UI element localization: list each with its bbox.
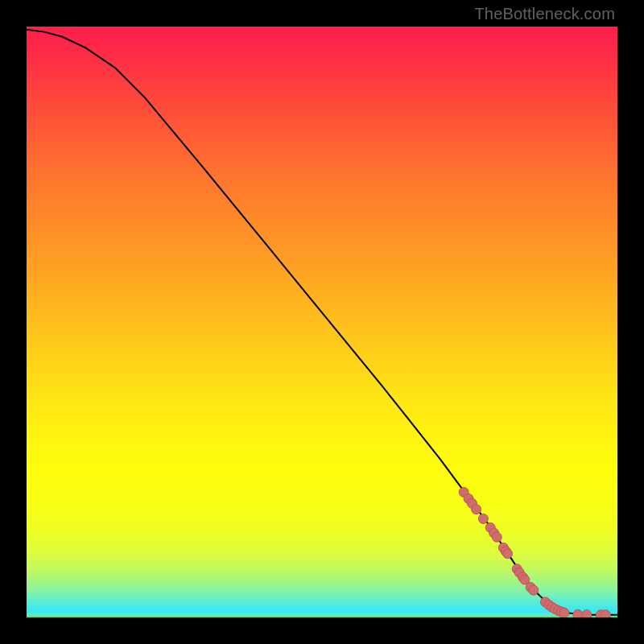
- data-point: [582, 610, 592, 617]
- plot-area: [27, 27, 617, 617]
- data-point: [492, 532, 502, 542]
- data-point: [472, 505, 481, 514]
- data-markers: [459, 487, 610, 617]
- chart-frame: TheBottleneck.com: [0, 0, 644, 644]
- data-point: [478, 514, 488, 523]
- watermark-text: TheBottleneck.com: [474, 5, 615, 23]
- chart-overlay: [27, 27, 617, 617]
- bottleneck-curve: [27, 30, 617, 615]
- data-point: [502, 549, 512, 559]
- data-point: [573, 609, 583, 617]
- data-point: [529, 585, 539, 595]
- data-point: [559, 608, 569, 617]
- data-point: [601, 610, 610, 617]
